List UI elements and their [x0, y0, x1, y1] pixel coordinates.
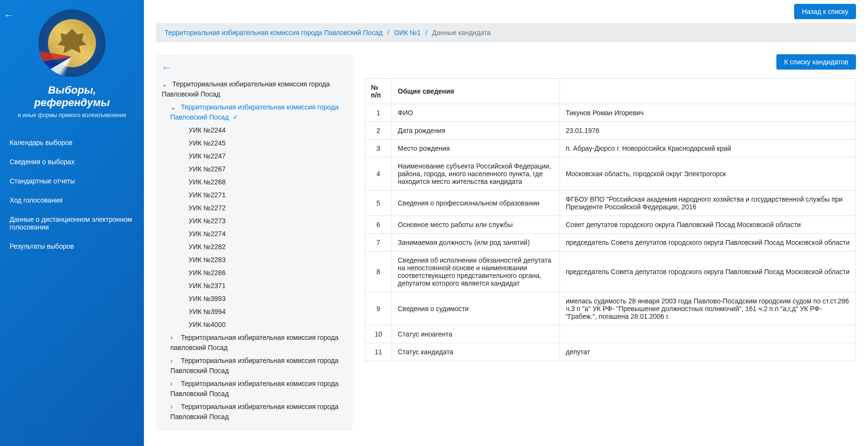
- breadcrumb-link-2[interactable]: ОИК №1: [394, 29, 421, 36]
- cell-num: 3: [365, 140, 392, 157]
- cell-value: п. Абрау-Дюрсо г. Новороссийск Краснодар…: [560, 140, 856, 157]
- nav-results[interactable]: Результаты выборов: [0, 237, 144, 256]
- table-row: 3Место рожденияп. Абрау-Дюрсо г. Новорос…: [365, 140, 856, 157]
- table-row: 9Сведения о судимостиимелась судимость 2…: [365, 292, 856, 325]
- tree-uik-item[interactable]: УИК №2282: [179, 241, 347, 253]
- nav-reports[interactable]: Стандартные отчеты: [0, 171, 144, 191]
- sidebar-back-icon[interactable]: ←: [4, 10, 13, 21]
- cell-label: Наименование субъекта Российской Федерац…: [392, 157, 560, 191]
- cell-value: председатель Совета депутатов городского…: [560, 252, 856, 292]
- portal-subtitle: и иные формы прямого волеизъявления: [10, 112, 134, 119]
- chevron-down-icon[interactable]: ⌄: [170, 102, 177, 112]
- table-row: 5Сведения о профессиональном образовании…: [365, 191, 856, 216]
- cell-num: 9: [365, 292, 392, 325]
- logo-section: Выборы, референдумы и иные формы прямого…: [0, 10, 144, 128]
- cell-num: 7: [365, 234, 392, 252]
- tree-uik-item[interactable]: УИК №3994: [179, 305, 347, 318]
- table-row: 6Основное место работы или службыСовет д…: [365, 216, 856, 234]
- portal-title: Выборы, референдумы: [10, 84, 134, 109]
- breadcrumb: Территориальная избирательная комиссия г…: [156, 23, 856, 42]
- tree-active-label[interactable]: Территориальная избирательная комиссия г…: [170, 103, 339, 121]
- cell-value: депутат: [560, 343, 856, 361]
- tree-uik-item[interactable]: УИК №4000: [179, 318, 347, 331]
- cell-num: 2: [365, 122, 392, 140]
- main-nav: Календарь выборов Сведения о выборах Ста…: [0, 128, 144, 261]
- to-candidates-button[interactable]: К списку кандидатов: [776, 54, 856, 70]
- nav-info[interactable]: Сведения о выборах: [0, 152, 144, 171]
- tree-sibling-label[interactable]: Территориальная избирательная комиссия г…: [170, 334, 339, 351]
- tree-uik-item[interactable]: УИК №2286: [179, 266, 347, 279]
- cell-value: Московская область, городской округ Элек…: [560, 157, 856, 191]
- cell-num: 5: [365, 191, 392, 216]
- breadcrumb-link-1[interactable]: Территориальная избирательная комиссия г…: [165, 29, 382, 36]
- cell-value: председатель Совета депутатов городского…: [560, 234, 856, 252]
- tree-uik-item[interactable]: УИК №2371: [179, 279, 347, 292]
- cell-num: 11: [365, 343, 392, 361]
- tree-uik-item[interactable]: УИК №2273: [179, 215, 347, 228]
- tree-uik-item[interactable]: УИК №2268: [179, 176, 347, 189]
- breadcrumb-sep: /: [426, 29, 428, 36]
- cell-label: Сведения о профессиональном образовании: [392, 191, 560, 216]
- table-row: 1ФИОТикунов Роман Игоревич: [365, 104, 856, 122]
- table-row: 7Занимаемая должность (или род занятий)п…: [365, 234, 856, 252]
- tree-uik-item[interactable]: УИК №2247: [179, 150, 347, 163]
- breadcrumb-current: Данные кандидата: [432, 29, 491, 36]
- cell-value: Совет депутатов городского округа Павлов…: [560, 216, 856, 234]
- tree-sibling-label[interactable]: Территориальная избирательная комиссия г…: [170, 357, 339, 374]
- th-label: Общие сведения: [392, 79, 560, 104]
- candidate-detail-panel: К списку кандидатов № п/п Общие сведения…: [365, 54, 856, 361]
- check-icon: ✓: [233, 113, 238, 121]
- th-value: [560, 79, 856, 104]
- tree-uik-item[interactable]: УИК №2272: [179, 202, 347, 215]
- tree-sibling-label[interactable]: Территориальная избирательная комиссия г…: [170, 403, 339, 421]
- cell-label: Дата рождения: [392, 122, 560, 140]
- tree-uik-item[interactable]: УИК №2271: [179, 189, 347, 202]
- tree-sibling-label[interactable]: Территориальная избирательная комиссия г…: [170, 380, 339, 398]
- cell-num: 4: [365, 157, 392, 191]
- cell-label: Основное место работы или службы: [392, 216, 560, 234]
- table-row: 4Наименование субъекта Российской Федера…: [365, 157, 856, 191]
- cell-num: 8: [365, 252, 392, 292]
- cell-label: Место рождения: [392, 140, 560, 157]
- tree-uik-item[interactable]: УИК №3993: [179, 292, 347, 305]
- chevron-right-icon[interactable]: ›: [170, 402, 177, 412]
- cell-label: Сведения о судимости: [392, 292, 560, 325]
- tree-uik-item[interactable]: УИК №2274: [179, 228, 347, 241]
- cell-value: имелась судимость 28 января 2003 года Па…: [560, 292, 856, 325]
- emblem-logo: [38, 10, 106, 77]
- cell-value: [560, 325, 856, 343]
- table-row: 10Статус иноагента: [365, 325, 856, 343]
- tree-back-icon[interactable]: ←: [162, 62, 347, 73]
- cell-num: 10: [365, 325, 392, 343]
- nav-remote[interactable]: Данные о дистанционном электронном голос…: [0, 210, 144, 237]
- cell-label: Сведения об исполнении обязанностей депу…: [392, 252, 560, 292]
- chevron-right-icon[interactable]: ›: [170, 333, 177, 343]
- table-row: 8Сведения об исполнении обязанностей деп…: [365, 252, 856, 292]
- sidebar: ← Выборы, референдумы и иные формы прямо…: [0, 0, 144, 446]
- tree-uik-item[interactable]: УИК №2245: [179, 137, 347, 150]
- tree-uik-item[interactable]: УИК №2244: [179, 124, 347, 137]
- nav-progress[interactable]: Ход голосования: [0, 191, 144, 210]
- chevron-right-icon[interactable]: ›: [170, 356, 177, 366]
- cell-label: ФИО: [392, 104, 560, 122]
- chevron-right-icon[interactable]: ›: [170, 379, 177, 389]
- cell-value: Тикунов Роман Игоревич: [560, 104, 856, 122]
- cell-num: 6: [365, 216, 392, 234]
- cell-num: 1: [365, 104, 392, 122]
- cell-label: Статус кандидата: [392, 343, 560, 361]
- back-to-list-button[interactable]: Назад к списку: [794, 4, 856, 19]
- cell-label: Занимаемая должность (или род занятий): [392, 234, 560, 252]
- tree-uik-item[interactable]: УИК №2267: [179, 163, 347, 176]
- cell-value: 23.01.1976: [560, 122, 856, 140]
- th-num: № п/п: [365, 79, 392, 104]
- main-content: Назад к списку Территориальная избирател…: [144, 0, 868, 446]
- table-row: 11Статус кандидатадепутат: [365, 343, 856, 361]
- nav-calendar[interactable]: Календарь выборов: [0, 133, 144, 152]
- breadcrumb-sep: /: [387, 29, 389, 36]
- cell-label: Статус иноагента: [392, 325, 560, 343]
- tree-root-label[interactable]: Территориальная избирательная комиссия г…: [162, 80, 330, 98]
- tree-uik-item[interactable]: УИК №2283: [179, 253, 347, 266]
- candidate-table: № п/п Общие сведения 1ФИОТикунов Роман И…: [365, 78, 856, 361]
- chevron-down-icon[interactable]: ⌄: [162, 79, 168, 89]
- commission-tree-panel: ← ⌄ Территориальная избирательная комисс…: [156, 54, 353, 431]
